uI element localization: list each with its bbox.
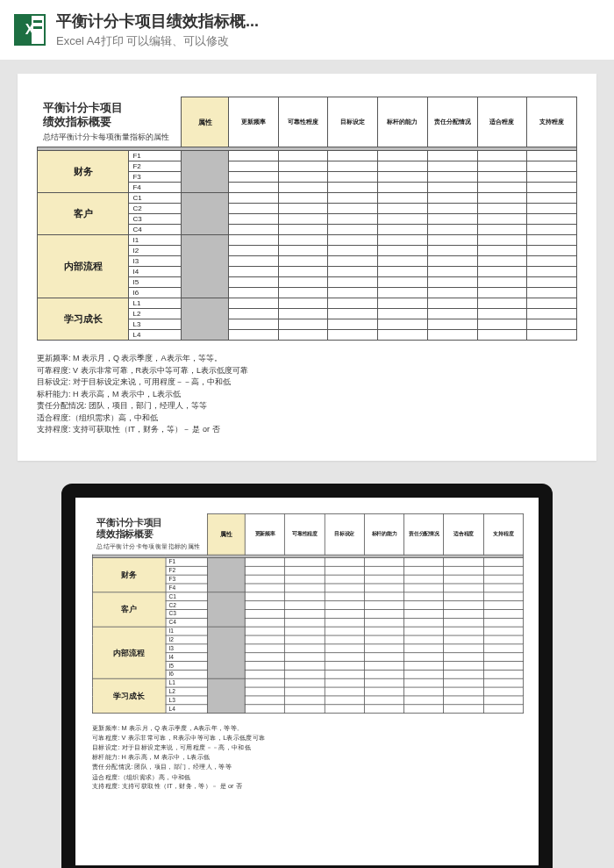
data-cell[interactable] <box>427 246 477 256</box>
data-cell[interactable] <box>285 627 325 635</box>
data-cell[interactable] <box>527 298 577 309</box>
data-cell[interactable] <box>285 705 325 714</box>
data-cell[interactable] <box>328 151 378 161</box>
data-cell[interactable] <box>483 678 523 687</box>
data-cell[interactable] <box>444 705 483 714</box>
data-cell[interactable] <box>404 557 444 566</box>
data-cell[interactable] <box>325 566 364 575</box>
data-cell[interactable] <box>444 662 483 671</box>
data-cell[interactable] <box>527 204 577 214</box>
data-cell[interactable] <box>378 183 428 193</box>
data-cell[interactable] <box>278 225 328 235</box>
data-cell[interactable] <box>278 161 328 172</box>
data-cell[interactable] <box>477 246 527 256</box>
data-cell[interactable] <box>278 277 328 288</box>
data-cell[interactable] <box>285 610 325 619</box>
data-cell[interactable] <box>527 183 577 193</box>
data-cell[interactable] <box>364 635 403 644</box>
data-cell[interactable] <box>483 575 523 584</box>
data-cell[interactable] <box>285 618 325 627</box>
data-cell[interactable] <box>477 267 527 277</box>
data-cell[interactable] <box>483 627 523 635</box>
data-cell[interactable] <box>228 267 278 277</box>
data-cell[interactable] <box>278 319 328 330</box>
data-cell[interactable] <box>228 225 278 235</box>
data-cell[interactable] <box>483 653 523 662</box>
data-cell[interactable] <box>444 635 483 644</box>
data-cell[interactable] <box>527 161 577 172</box>
data-cell[interactable] <box>527 214 577 225</box>
data-cell[interactable] <box>427 172 477 183</box>
data-cell[interactable] <box>228 172 278 183</box>
data-cell[interactable] <box>228 309 278 319</box>
data-cell[interactable] <box>245 678 284 687</box>
data-cell[interactable] <box>328 267 378 277</box>
data-cell[interactable] <box>364 627 403 635</box>
data-cell[interactable] <box>444 678 483 687</box>
data-cell[interactable] <box>285 584 325 592</box>
data-cell[interactable] <box>285 592 325 601</box>
data-cell[interactable] <box>328 235 378 246</box>
data-cell[interactable] <box>404 705 444 714</box>
data-cell[interactable] <box>328 161 378 172</box>
data-cell[interactable] <box>427 225 477 235</box>
data-cell[interactable] <box>444 653 483 662</box>
data-cell[interactable] <box>477 151 527 161</box>
data-cell[interactable] <box>527 235 577 246</box>
data-cell[interactable] <box>364 653 403 662</box>
data-cell[interactable] <box>228 193 278 204</box>
data-cell[interactable] <box>444 557 483 566</box>
data-cell[interactable] <box>427 151 477 161</box>
data-cell[interactable] <box>325 670 364 678</box>
data-cell[interactable] <box>477 277 527 288</box>
data-cell[interactable] <box>378 204 428 214</box>
data-cell[interactable] <box>228 151 278 161</box>
data-cell[interactable] <box>228 235 278 246</box>
data-cell[interactable] <box>404 696 444 705</box>
data-cell[interactable] <box>527 151 577 161</box>
data-cell[interactable] <box>325 696 364 705</box>
data-cell[interactable] <box>427 183 477 193</box>
data-cell[interactable] <box>245 653 284 662</box>
data-cell[interactable] <box>285 644 325 653</box>
data-cell[interactable] <box>364 705 403 714</box>
data-cell[interactable] <box>404 678 444 687</box>
data-cell[interactable] <box>378 151 428 161</box>
data-cell[interactable] <box>245 566 284 575</box>
data-cell[interactable] <box>245 584 284 592</box>
data-cell[interactable] <box>285 662 325 671</box>
data-cell[interactable] <box>228 214 278 225</box>
data-cell[interactable] <box>444 592 483 601</box>
data-cell[interactable] <box>285 696 325 705</box>
data-cell[interactable] <box>483 705 523 714</box>
data-cell[interactable] <box>328 288 378 298</box>
data-cell[interactable] <box>527 309 577 319</box>
data-cell[interactable] <box>427 330 477 341</box>
data-cell[interactable] <box>477 256 527 267</box>
data-cell[interactable] <box>477 214 527 225</box>
data-cell[interactable] <box>404 687 444 696</box>
data-cell[interactable] <box>285 653 325 662</box>
data-cell[interactable] <box>364 678 403 687</box>
data-cell[interactable] <box>278 298 328 309</box>
data-cell[interactable] <box>325 653 364 662</box>
data-cell[interactable] <box>404 662 444 671</box>
data-cell[interactable] <box>245 635 284 644</box>
data-cell[interactable] <box>228 319 278 330</box>
data-cell[interactable] <box>444 696 483 705</box>
data-cell[interactable] <box>378 246 428 256</box>
data-cell[interactable] <box>245 644 284 653</box>
data-cell[interactable] <box>404 627 444 635</box>
data-cell[interactable] <box>285 678 325 687</box>
data-cell[interactable] <box>404 635 444 644</box>
data-cell[interactable] <box>477 161 527 172</box>
data-cell[interactable] <box>527 256 577 267</box>
data-cell[interactable] <box>527 193 577 204</box>
data-cell[interactable] <box>245 575 284 584</box>
data-cell[interactable] <box>325 627 364 635</box>
data-cell[interactable] <box>404 618 444 627</box>
data-cell[interactable] <box>427 298 477 309</box>
data-cell[interactable] <box>404 653 444 662</box>
data-cell[interactable] <box>378 235 428 246</box>
data-cell[interactable] <box>427 267 477 277</box>
